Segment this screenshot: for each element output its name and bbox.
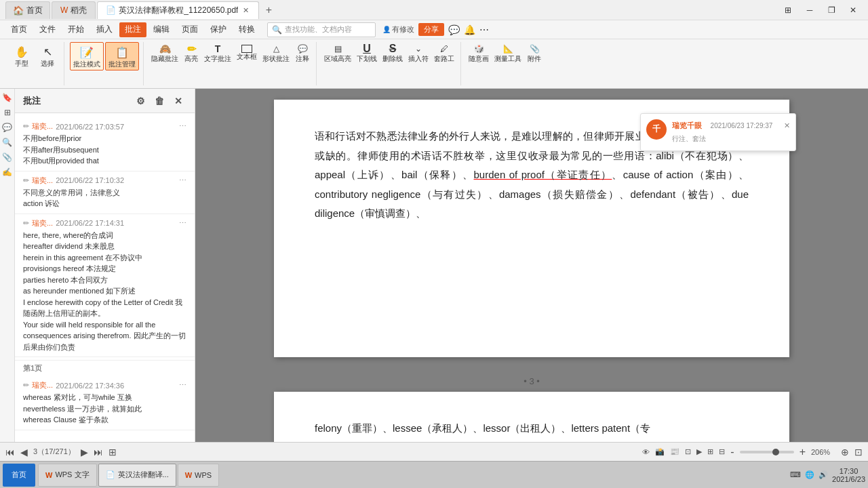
view-icon-2[interactable]: 📸	[655, 447, 665, 456]
comment-manage-button[interactable]: 📋 批注管理	[105, 42, 139, 70]
new-tab-button[interactable]: +	[260, 2, 277, 18]
taskbar-volume-icon[interactable]: 🔊	[818, 470, 828, 479]
start-button[interactable]: 首页	[3, 464, 35, 487]
note-item-3[interactable]: ✏ 瑞奕... 2021/06/22 17:14:31 ⋯ here, ther…	[15, 214, 195, 358]
nav-attach[interactable]: 📎	[1, 151, 14, 163]
layout-button[interactable]: ⊞	[778, 3, 797, 18]
hide-comment-button[interactable]: 🙈 隐藏批注	[149, 42, 180, 64]
minimize-button[interactable]: ─	[800, 3, 819, 18]
sidebar-close-button[interactable]: ✕	[170, 93, 186, 109]
note-more-2[interactable]: ⋯	[179, 176, 186, 185]
note-more-4[interactable]: ⋯	[179, 381, 186, 390]
toolbar-row-1: ✋ 手型 ↖ 选择	[9, 42, 60, 69]
note-item-4[interactable]: ✏ 瑞奕... 2021/06/22 17:34:36 ⋯ whereas 紧对…	[15, 376, 195, 430]
view-icon-1[interactable]: 👁	[642, 448, 650, 456]
search-bar[interactable]: 🔍 查找功能、文档内容	[267, 22, 376, 37]
zoom-in-button[interactable]: +	[800, 446, 806, 458]
document-area[interactable]: 语和行话对不熟悉法律业务的外行人来说，是难以理解的，但律师开展业务和起草文件却是…	[195, 89, 868, 442]
fit-width-button[interactable]: ⊡	[854, 447, 863, 458]
area-highlight-button[interactable]: ▤ 区域高亮	[322, 42, 353, 64]
menu-page[interactable]: 页面	[176, 22, 203, 37]
nav-sign[interactable]: ✍	[1, 166, 14, 178]
view-icon-3[interactable]: 📰	[670, 447, 679, 456]
tab-home[interactable]: 🏠 首页	[5, 1, 50, 19]
menu-file[interactable]: 文件	[34, 22, 61, 37]
note-item-1[interactable]: ✏ 瑞奕... 2021/06/22 17:03:57 ⋯ 不用before用p…	[15, 117, 195, 171]
time-display: 17:30	[832, 467, 865, 475]
freehand-button[interactable]: 🎲 随意画	[467, 42, 491, 64]
menu-protect[interactable]: 保护	[205, 22, 232, 37]
textbox-button[interactable]: 文本框	[235, 44, 259, 62]
menu-convert[interactable]: 转换	[233, 22, 260, 37]
note-more-3[interactable]: ⋯	[179, 219, 186, 228]
insert-mark-button[interactable]: ⌄ 插入符	[406, 42, 431, 64]
play-icon[interactable]: ▶	[696, 447, 702, 456]
nav-comment-active[interactable]: 💬	[1, 121, 14, 134]
note-time-4: 2021/06/22 17:34:36	[56, 382, 124, 390]
menu-edit[interactable]: 编辑	[148, 22, 175, 37]
modify-status: 👤有修改	[382, 24, 414, 35]
grid-icon-2[interactable]: ⊟	[719, 447, 725, 456]
menu-home[interactable]: 首页	[5, 22, 33, 37]
view-icon-4[interactable]: ⊡	[685, 447, 691, 456]
page-thumbnail-button[interactable]: ⊞	[108, 447, 117, 458]
eraser-label: 套路工	[434, 55, 454, 63]
comment-icon[interactable]: 💬	[448, 24, 460, 35]
note-more-1[interactable]: ⋯	[179, 122, 186, 131]
delete-button[interactable]: 🗑	[151, 93, 167, 109]
share-btn[interactable]: 分享	[418, 23, 444, 36]
eraser-icon: 🖊	[438, 43, 450, 55]
underline-button[interactable]: U 下划线	[355, 42, 379, 64]
text-comment-button[interactable]: T 文字批注	[202, 42, 233, 64]
next-page-button[interactable]: ▶	[81, 447, 88, 458]
comment-mode-button[interactable]: 📝 批注模式	[70, 42, 104, 70]
taskbar-item-wps2[interactable]: W WPS	[178, 464, 219, 487]
nav-search[interactable]: 🔍	[1, 136, 14, 148]
page-1-label: 第1页	[15, 360, 195, 376]
zoom-out-button[interactable]: -	[730, 446, 734, 458]
nav-thumbnail[interactable]: ⊞	[1, 106, 14, 119]
comment-time: 2021/06/23 17:29:37	[711, 120, 773, 132]
taskbar-item-wps[interactable]: W WPS 文字	[38, 464, 97, 487]
eraser-button[interactable]: 🖊 套路工	[432, 42, 456, 64]
more-icon[interactable]: ⋯	[479, 24, 489, 35]
grid-icon-1[interactable]: ⊞	[707, 447, 713, 456]
nav-bookmark[interactable]: 🔖	[1, 92, 14, 104]
highlight-button[interactable]: ✏ 高亮	[182, 42, 201, 64]
tab-wps[interactable]: W 稻壳	[52, 1, 96, 19]
prev-page-button[interactable]: ◀	[20, 447, 28, 458]
fit-page-button[interactable]: ⊕	[841, 447, 849, 458]
close-button[interactable]: ✕	[844, 3, 863, 18]
comment-close-btn[interactable]: ✕	[784, 119, 790, 133]
zoom-slider[interactable]	[740, 451, 794, 453]
comment-popup-header: 千 瑞览千眼 2021/06/23 17:29:37 ✕ 行注、套法	[646, 119, 790, 145]
tab-pdf-close[interactable]: ✕	[241, 5, 250, 15]
menu-insert[interactable]: 插入	[91, 22, 118, 37]
bell-icon[interactable]: 🔔	[464, 24, 475, 35]
taskbar-wps2-label: WPS	[195, 471, 212, 479]
shape-comment-button[interactable]: △ 形状批注	[260, 42, 292, 64]
restore-button[interactable]: ❐	[822, 3, 841, 18]
menu-start[interactable]: 开始	[62, 22, 90, 37]
note-item-2[interactable]: ✏ 瑞奕... 2021/06/22 17:10:32 ⋯ 不同意义的常用词，法…	[15, 171, 195, 214]
taskbar-network-icon[interactable]: 🌐	[805, 470, 814, 479]
tab-wps-label: 稻壳	[71, 5, 87, 16]
note-button[interactable]: 💬 注释	[293, 42, 312, 64]
taskbar-item-pdf[interactable]: 📄 英汉法律翻译...	[98, 464, 176, 487]
select-tool-button[interactable]: ↖ 选择	[35, 42, 60, 69]
first-page-button[interactable]: ⏮	[5, 447, 15, 458]
last-page-button[interactable]: ⏭	[94, 447, 103, 458]
strikethrough-button[interactable]: S 删除线	[380, 42, 405, 64]
filter-button[interactable]: ⚙	[132, 93, 149, 109]
note-author-1: 瑞奕...	[32, 121, 53, 131]
zoom-level: 206%	[811, 448, 835, 456]
tab-pdf[interactable]: 📄 英汉法律翻译教程_11220650.pdf ✕	[97, 1, 259, 19]
note-time-1: 2021/06/22 17:03:57	[56, 123, 124, 131]
hand-tool-button[interactable]: ✋ 手型	[9, 42, 34, 69]
taskbar: 首页 W WPS 文字 📄 英汉法律翻译... W WPS ⌨ 🌐 🔊 17:3…	[0, 461, 868, 488]
measure-button[interactable]: 📐 测量工具	[492, 42, 524, 64]
attach-button[interactable]: 📎 附件	[525, 42, 544, 64]
taskbar-keyboard-icon[interactable]: ⌨	[790, 470, 801, 479]
note-text-2: 不同意义的常用词，法律意义 action 诉讼	[23, 187, 186, 209]
menu-comment[interactable]: 批注	[119, 22, 146, 37]
